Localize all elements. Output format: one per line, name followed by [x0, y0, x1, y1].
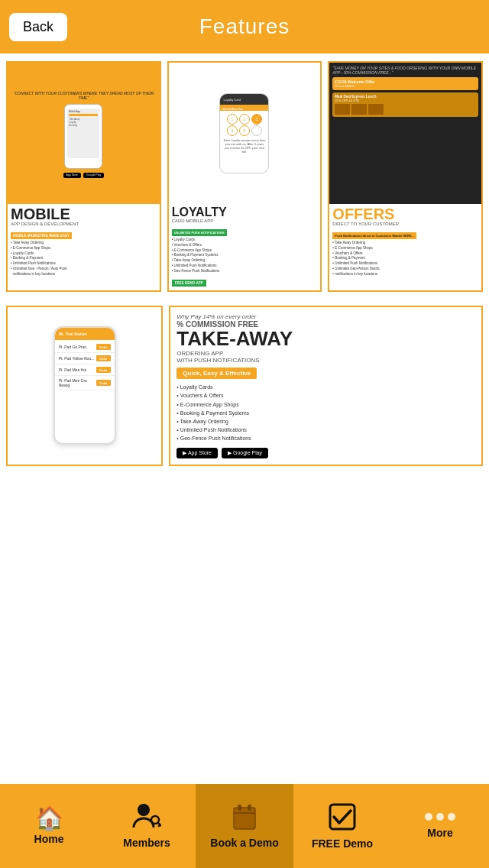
more-icon [425, 813, 455, 821]
nav-book-demo[interactable]: Book a Demo [196, 784, 293, 868]
takeaway-badge: Quick, Easy & Effective [176, 368, 257, 379]
free-demo-icon [329, 803, 356, 834]
nav-home[interactable]: 🏠 Home [0, 784, 98, 868]
nav-more-label: More [427, 827, 452, 839]
nav-home-label: Home [34, 833, 64, 845]
svg-point-0 [138, 804, 150, 816]
loyalty-bullets: • Loyalty Cards • Vouchers & Offers • E-… [172, 238, 318, 274]
free-demo-badge: FREE DEMO APP [172, 280, 206, 287]
nav-members[interactable]: Members [98, 784, 196, 868]
loyalty-card[interactable]: Loyalty Card Eat In/Eat Out 1 2 3 [167, 61, 322, 292]
offers-bullets: • Take Away Ordering • E-Commerce App Sh… [332, 241, 478, 277]
mobile-card-image: "CONNECT WITH YOUR CUSTOMERS WHERE THEY … [8, 63, 160, 204]
nav-members-label: Members [123, 837, 170, 849]
takeaway-promo: Why Pay 14% on every order [176, 313, 475, 320]
nav-free-demo-label: FREE Demo [312, 837, 373, 850]
mobile-bullets: • Take Away Ordering • E-Commerce App Sh… [11, 241, 157, 277]
mobile-title: MOBILE [11, 206, 157, 222]
offers-card[interactable]: "SAVE MONEY ON YOUR SITES & FOOD ORDERIN… [328, 61, 483, 292]
home-icon: 🏠 [35, 807, 63, 830]
takeaway-text-card[interactable]: Why Pay 14% on every order % COMMISSION … [169, 306, 483, 465]
top-card-grid: "CONNECT WITH YOUR CUSTOMERS WHERE THEY … [0, 53, 489, 306]
back-button[interactable]: Back [9, 13, 67, 41]
takeaway-bullets: • Loyalty Cards • Vouchers & Offers • E-… [176, 383, 475, 442]
nav-book-demo-label: Book a Demo [210, 837, 278, 849]
nav-more[interactable]: More [391, 784, 489, 868]
app-store-badge[interactable]: ▶ App Store [176, 448, 218, 458]
loyalty-badge: UNLIMITED PUSH NOTIFICATIONS [172, 229, 227, 236]
loyalty-card-image: Loyalty Card Eat In/Eat Out 1 2 3 [169, 63, 321, 204]
page-title: Features [199, 15, 290, 39]
loyalty-title: LOYALTY [172, 206, 318, 219]
takeaway-phone-card[interactable]: Mr. Thai Station Pt. Pad Ga Prao Order P… [6, 306, 163, 465]
offers-card-image: "SAVE MONEY ON YOUR SITES & FOOD ORDERIN… [329, 63, 481, 204]
offers-subtitle: DIRECT TO YOUR CUSTOMER [332, 222, 478, 226]
bottom-navigation: 🏠 Home Members Book a [0, 784, 489, 868]
loyalty-subtitle: CARD MOBILE APP [172, 219, 318, 223]
svg-rect-6 [238, 805, 241, 811]
svg-line-3 [158, 825, 160, 827]
mobile-badge: MOBILE MARKETING MADE EASY [11, 232, 72, 239]
content-area: "CONNECT WITH YOUR CUSTOMERS WHERE THEY … [0, 53, 489, 784]
google-play-badge[interactable]: ▶ Google Play [222, 448, 268, 458]
offers-title: OFFERS [332, 206, 478, 222]
offers-badge: Push Notifications direct to Customers M… [332, 232, 416, 239]
svg-rect-4 [234, 808, 255, 829]
nav-free-demo[interactable]: FREE Demo [293, 784, 391, 868]
takeaway-title: TAKE-AWAY [176, 329, 475, 348]
mobile-subtitle: APP DESIGN & DEVELOPMENT [11, 222, 157, 226]
svg-point-1 [151, 816, 159, 824]
members-icon [132, 803, 161, 834]
mobile-card[interactable]: "CONNECT WITH YOUR CUSTOMERS WHERE THEY … [6, 61, 161, 292]
takeaway-ordering-sub: ORDERING APP [176, 350, 475, 357]
svg-rect-8 [234, 812, 255, 814]
bottom-card-grid: Mr. Thai Station Pt. Pad Ga Prao Order P… [0, 306, 489, 473]
book-demo-icon [231, 803, 258, 834]
svg-rect-7 [248, 805, 251, 811]
header: Back Features [0, 0, 489, 53]
takeaway-push-sub: WITH PUSH NOTIFICATIONS [176, 357, 475, 364]
